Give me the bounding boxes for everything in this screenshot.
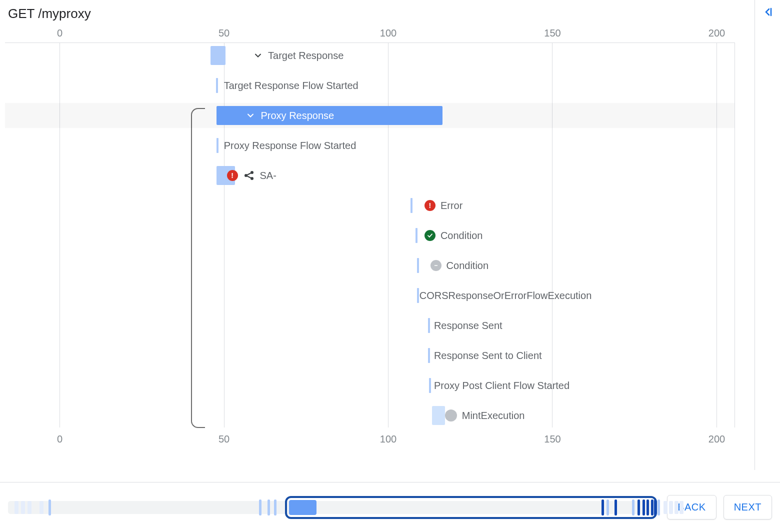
- minimap-tick: [658, 500, 660, 516]
- minimap-tick: [21, 501, 25, 514]
- row-label: Proxy Response: [260, 110, 334, 122]
- gantt-row: !Error: [5, 193, 734, 218]
- minimap-tick: [674, 501, 678, 514]
- policy-icon: [243, 170, 255, 182]
- skip-icon: [430, 260, 442, 271]
- row-label: Response Sent to Client: [434, 350, 542, 362]
- minimap-tick: [40, 501, 44, 514]
- row-label: Target Response Flow Started: [224, 80, 358, 92]
- event-tick: [216, 138, 218, 153]
- minimap-tick: [642, 500, 645, 516]
- gantt-row[interactable]: Proxy Response: [5, 103, 734, 128]
- minimap-tick: [651, 500, 654, 516]
- axis-bottom: 050100150200: [5, 434, 735, 448]
- axis-tick: 150: [544, 28, 560, 39]
- gantt-row: Condition: [5, 253, 734, 278]
- minimap-tick: [274, 500, 276, 516]
- axis-tick: 0: [57, 434, 62, 445]
- skip-icon: [445, 410, 457, 422]
- row-label: Response Sent: [434, 320, 502, 332]
- axis-tick: 50: [218, 28, 230, 39]
- axis-tick: 100: [380, 434, 396, 445]
- axis-tick: 0: [57, 28, 62, 39]
- event-tick: [429, 378, 431, 393]
- row-label: MintExecution: [462, 410, 525, 422]
- axis-top: 050100150200: [5, 28, 735, 42]
- gantt-chart[interactable]: 050100150200 Target ResponseTarget Respo…: [5, 28, 735, 448]
- row-label: Proxy Post Client Flow Started: [434, 380, 570, 392]
- minimap-tick: [268, 500, 270, 516]
- minimap-tick: [654, 500, 656, 516]
- trace-panel: GET /myproxy 050100150200 Target Respons…: [0, 0, 755, 470]
- axis-tick: 200: [708, 434, 725, 445]
- axis-tick: 50: [218, 434, 230, 445]
- row-label: Proxy Response Flow Started: [224, 140, 356, 152]
- axis-tick: 200: [708, 28, 725, 39]
- row-label: CORSResponseOrErrorFlowExecution: [420, 290, 592, 302]
- minimap-tick: [669, 501, 673, 514]
- gantt-row: Proxy Post Client Flow Started: [5, 373, 734, 398]
- minimap-tick: [664, 501, 668, 514]
- gantt-row: Response Sent to Client: [5, 343, 734, 368]
- gantt-row: Response Sent: [5, 313, 734, 338]
- row-label: Target Response: [268, 50, 344, 62]
- row-label: SA-: [260, 170, 276, 182]
- minimap-tick: [680, 501, 684, 514]
- row-label: Error: [440, 200, 462, 212]
- minimap-tick: [14, 501, 18, 514]
- minimap[interactable]: [8, 494, 660, 520]
- gantt-row: Proxy Response Flow Started: [5, 133, 734, 158]
- minimap-tick: [646, 500, 649, 516]
- gantt-row: MintExecution: [5, 403, 734, 428]
- gantt-bar[interactable]: [210, 46, 225, 65]
- page-title: GET /myproxy: [5, 0, 754, 28]
- minimap-tick: [259, 500, 262, 516]
- minimap-tick: [48, 500, 51, 516]
- minimap-tick: [638, 500, 640, 516]
- error-icon: !: [424, 200, 436, 211]
- event-tick: [410, 198, 412, 213]
- event-tick: [416, 228, 418, 243]
- event-tick: [428, 348, 430, 363]
- row-label: Condition: [440, 230, 483, 242]
- event-tick: [417, 258, 419, 273]
- gantt-row: CORSResponseOrErrorFlowExecution: [5, 283, 734, 308]
- gantt-row: Target Response Flow Started: [5, 73, 734, 98]
- chevron-down-icon[interactable]: [246, 110, 256, 120]
- axis-tick: 150: [544, 434, 560, 445]
- gantt-row[interactable]: Target Response: [5, 43, 734, 68]
- minimap-tick: [614, 500, 617, 516]
- error-icon: !: [227, 170, 238, 181]
- event-tick: [428, 318, 430, 333]
- chevron-down-icon[interactable]: [253, 50, 263, 60]
- gantt-bar[interactable]: [432, 406, 445, 425]
- footer-nav: BACK NEXT: [0, 482, 780, 532]
- gantt-plot: Target ResponseTarget Response Flow Star…: [5, 42, 735, 428]
- collapse-panel-icon[interactable]: [761, 5, 775, 19]
- minimap-tick: [606, 500, 609, 516]
- gantt-row[interactable]: !SA-: [5, 163, 734, 188]
- event-tick: [216, 78, 218, 93]
- minimap-tick: [602, 500, 604, 516]
- next-button[interactable]: NEXT: [724, 495, 772, 520]
- gantt-row: Condition: [5, 223, 734, 248]
- minimap-tick: [28, 501, 32, 514]
- minimap-tick: [632, 500, 634, 516]
- row-label: Condition: [446, 260, 489, 272]
- check-icon: [424, 230, 436, 241]
- axis-tick: 100: [380, 28, 396, 39]
